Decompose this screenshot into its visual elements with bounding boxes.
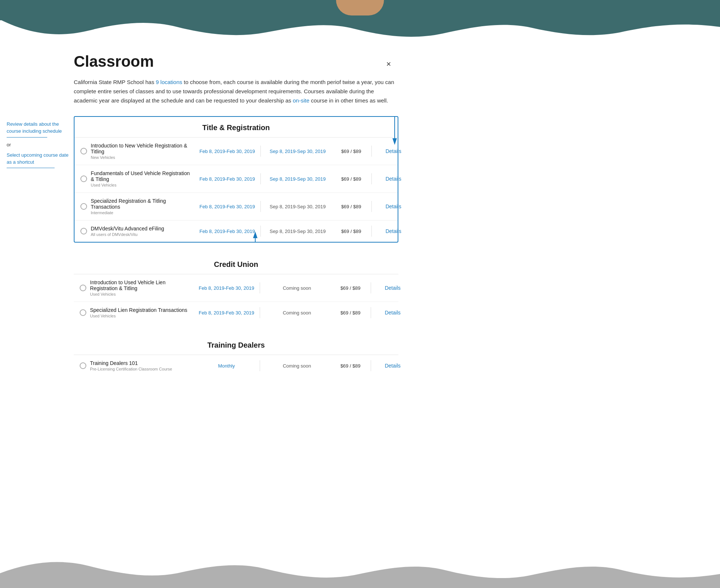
course-price-7: $69 / $89 — [334, 363, 367, 369]
annotation-select-text: Select upcoming course date as a shortcu… — [7, 152, 74, 166]
divider-11 — [260, 307, 260, 318]
course-price-3: $69 / $89 — [335, 204, 368, 209]
courses-callout-wrapper: Title & Registration Introduction to New… — [74, 116, 398, 376]
details-link-6[interactable]: Details — [385, 310, 401, 316]
course-date1-3[interactable]: Feb 8, 2019-Feb 30, 2019 — [198, 204, 257, 209]
course-radio-6[interactable] — [80, 309, 86, 316]
table-row: Specialized Registration & Titling Trans… — [75, 193, 398, 220]
course-details-5[interactable]: Details — [375, 285, 401, 291]
divider-9 — [260, 282, 260, 293]
section-credit-union: Credit Union Introduction to Used Vehicl… — [74, 254, 398, 323]
course-subtitle-5: Used Vehicles — [90, 292, 193, 296]
course-date2-1[interactable]: Sep 8, 2019-Sep 30, 2019 — [264, 149, 331, 154]
divider-1 — [260, 146, 261, 157]
annotation-review-line — [7, 137, 47, 138]
course-radio-5[interactable] — [80, 285, 86, 291]
course-name-7: Training Dealers 101 — [90, 360, 193, 366]
course-info-6: Specialized Lien Registration Transactio… — [90, 307, 193, 318]
annotation-or-text: or — [7, 142, 74, 147]
course-info-5: Introduction to Used Vehicle Lien Regist… — [90, 279, 193, 296]
course-details-4[interactable]: Details — [375, 228, 401, 234]
divider-13 — [260, 360, 260, 371]
course-date1-5[interactable]: Feb 8, 2019-Feb 30, 2019 — [197, 285, 256, 291]
course-date1-6[interactable]: Feb 8, 2019-Feb 30, 2019 — [197, 310, 256, 316]
course-details-1[interactable]: Details — [375, 148, 401, 154]
course-price-5: $69 / $89 — [334, 285, 367, 291]
course-date1-1[interactable]: Feb 8, 2019-Feb 30, 2019 — [198, 149, 257, 154]
divider-4 — [371, 173, 372, 184]
course-details-7[interactable]: Details — [375, 362, 401, 369]
divider-14 — [371, 360, 371, 371]
divider-8 — [371, 226, 372, 237]
course-info-4: DMVdesk/Vitu Advanced eFiling All users … — [91, 226, 194, 237]
divider-7 — [260, 226, 261, 237]
course-radio-1[interactable] — [80, 148, 87, 154]
course-radio-7[interactable] — [80, 362, 86, 369]
course-date1-4[interactable]: Feb 8, 2019-Feb 30, 2019 — [198, 229, 257, 234]
course-details-6[interactable]: Details — [375, 309, 401, 316]
section-header-credit-union: Credit Union — [74, 254, 398, 274]
course-date2-4: Sep 8, 2019-Sep 30, 2019 — [264, 229, 331, 234]
bottom-wave-svg — [0, 559, 720, 588]
course-info-7: Training Dealers 101 Pre-Licensing Certi… — [90, 360, 193, 371]
course-info-2: Fundamentals of Used Vehicle Registratio… — [91, 170, 194, 187]
details-link-5[interactable]: Details — [385, 285, 401, 291]
top-wave — [0, 20, 720, 38]
table-row: Specialized Lien Registration Transactio… — [74, 302, 398, 323]
bottom-wave-area — [0, 559, 720, 588]
table-row: DMVdesk/Vitu Advanced eFiling All users … — [75, 220, 398, 242]
arrow-down-svg — [391, 116, 398, 146]
details-link-1[interactable]: Details — [385, 148, 401, 154]
divider-3 — [260, 173, 261, 184]
divider-5 — [260, 201, 261, 212]
onsite-link[interactable]: on-site — [293, 97, 309, 104]
modal-container: × Classroom California State RMP School … — [74, 53, 398, 376]
details-link-7[interactable]: Details — [385, 363, 401, 369]
course-date2-7: Coming soon — [264, 363, 330, 369]
course-price-1: $69 / $89 — [335, 149, 368, 154]
table-row: Introduction to New Vehicle Registration… — [75, 138, 398, 165]
course-name-4: DMVdesk/Vitu Advanced eFiling — [91, 226, 194, 232]
course-radio-3[interactable] — [80, 203, 87, 210]
modal-title: Classroom — [74, 53, 398, 70]
course-subtitle-7: Pre-Licensing Certification Classroom Co… — [90, 367, 193, 371]
course-date2-6: Coming soon — [264, 310, 330, 316]
course-subtitle-1: New Vehicles — [91, 155, 194, 160]
callout-box: Title & Registration Introduction to New… — [74, 116, 398, 243]
divider-6 — [371, 201, 372, 212]
course-subtitle-6: Used Vehicles — [90, 314, 193, 318]
details-link-2[interactable]: Details — [385, 176, 401, 182]
locations-link[interactable]: 9 locations — [156, 79, 182, 85]
course-date1-2[interactable]: Feb 8, 2019-Feb 30, 2019 — [198, 176, 257, 182]
course-name-2: Fundamentals of Used Vehicle Registratio… — [91, 170, 194, 182]
course-radio-2[interactable] — [80, 175, 87, 182]
details-link-3[interactable]: Details — [385, 203, 401, 209]
callout-arrow-up — [252, 232, 259, 243]
callout-arrow-right — [391, 116, 398, 146]
course-name-6: Specialized Lien Registration Transactio… — [90, 307, 193, 313]
table-row: Training Dealers 101 Pre-Licensing Certi… — [74, 355, 398, 376]
course-date1-7[interactable]: Monthly — [197, 363, 256, 369]
section-title-registration: Title & Registration Introduction to New… — [75, 117, 398, 242]
course-date2-2[interactable]: Sep 8, 2019-Sep 30, 2019 — [264, 176, 331, 182]
course-subtitle-4: All users of DMVdesk/Vitu — [91, 232, 194, 237]
section-header-training-dealers: Training Dealers — [74, 334, 398, 355]
divider-2 — [371, 146, 372, 157]
annotation-review-block: Review details about the course includin… — [7, 121, 74, 138]
course-price-2: $69 / $89 — [335, 176, 368, 182]
course-info-3: Specialized Registration & Titling Trans… — [91, 198, 194, 215]
course-subtitle-3: Intermediate — [91, 211, 194, 215]
course-price-6: $69 / $89 — [334, 310, 367, 316]
section-training-dealers: Training Dealers Training Dealers 101 Pr… — [74, 334, 398, 376]
course-details-2[interactable]: Details — [375, 175, 401, 182]
divider-10 — [371, 282, 371, 293]
course-info-1: Introduction to New Vehicle Registration… — [91, 143, 194, 160]
course-name-5: Introduction to Used Vehicle Lien Regist… — [90, 279, 193, 291]
left-annotations: Review details about the course includin… — [4, 53, 74, 376]
course-details-3[interactable]: Details — [375, 203, 401, 210]
section-header-title-reg: Title & Registration — [75, 117, 398, 138]
close-button[interactable]: × — [386, 60, 391, 68]
arrow-up-svg — [252, 232, 259, 243]
details-link-4[interactable]: Details — [385, 228, 401, 234]
course-radio-4[interactable] — [80, 228, 87, 234]
